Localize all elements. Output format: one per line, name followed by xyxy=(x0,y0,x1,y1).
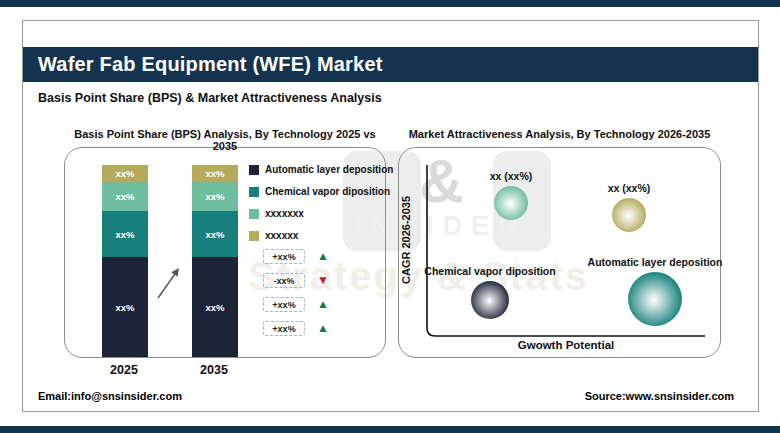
bubble xyxy=(612,198,646,232)
bps-chart-title: Basis Point Share (BPS) Analysis, By Tec… xyxy=(64,128,386,152)
axis-label-2035: 2035 xyxy=(191,363,237,377)
bubble-label: Automatic layer deposition xyxy=(580,256,730,268)
bubble-label: xx (xx%) xyxy=(436,170,586,182)
delta-value: +xx% xyxy=(272,324,295,334)
triangle-up-icon: ▲ xyxy=(317,297,329,312)
legend-label: Automatic layer deposition xyxy=(265,164,393,175)
bps-delta-list: +xx%▲-xx%▼+xx%▲+xx%▲ xyxy=(263,249,329,345)
triangle-down-icon: ▼ xyxy=(317,273,329,288)
bubble xyxy=(628,272,682,326)
triangle-up-icon: ▲ xyxy=(317,321,329,336)
delta-value: +xx% xyxy=(272,300,295,310)
bubble-label: xx (xx%) xyxy=(554,182,704,194)
bar-segment-value: xx% xyxy=(115,229,134,240)
bar-segment: xx% xyxy=(102,182,148,211)
attractiveness-chart-title: Market Attractiveness Analysis, By Techn… xyxy=(398,128,721,140)
report-card: Wafer Fab Equipment (WFE) Market Basis P… xyxy=(22,20,759,412)
delta-row: +xx%▲ xyxy=(263,321,329,336)
delta-value-box: -xx% xyxy=(263,273,305,288)
bar-segment-value: xx% xyxy=(205,302,224,313)
legend-label: xxxxxxx xyxy=(265,208,304,219)
attractiveness-chart-panel: CAGR 2026-2035 Gwowth Potential xx (xx%)… xyxy=(398,147,721,358)
bar-segment-value: xx% xyxy=(205,229,224,240)
bps-legend: Automatic layer depositionChemical vapor… xyxy=(249,164,393,252)
legend-item: Chemical vapor diposition xyxy=(249,186,393,197)
legend-item: xxxxxx xyxy=(249,230,393,241)
legend-swatch xyxy=(249,209,259,219)
bar-segment: xx% xyxy=(102,165,148,182)
bubble xyxy=(471,281,509,319)
delta-value: +xx% xyxy=(272,252,295,262)
top-accent-strip xyxy=(0,0,780,7)
bar-segment: xx% xyxy=(102,257,148,357)
bar-segment: xx% xyxy=(192,211,238,257)
legend-label: Chemical vapor diposition xyxy=(265,186,390,197)
bar-segment-value: xx% xyxy=(115,302,134,313)
bar-segment: xx% xyxy=(192,257,238,357)
x-axis-label: Gwowth Potential xyxy=(427,339,705,351)
legend-item: Automatic layer deposition xyxy=(249,164,393,175)
delta-value-box: +xx% xyxy=(263,249,305,264)
legend-item: xxxxxxx xyxy=(249,208,393,219)
y-axis-label: CAGR 2026-2035 xyxy=(400,184,412,296)
page-subtitle: Basis Point Share (BPS) & Market Attract… xyxy=(38,91,382,105)
delta-row: -xx%▼ xyxy=(263,273,329,288)
bar-segment: xx% xyxy=(102,211,148,257)
bar-segment-value: xx% xyxy=(115,168,134,179)
delta-value-box: +xx% xyxy=(263,297,305,312)
delta-value: -xx% xyxy=(273,276,294,286)
delta-value-box: +xx% xyxy=(263,321,305,336)
axis-label-2025: 2025 xyxy=(101,363,147,377)
bar-segment-value: xx% xyxy=(205,168,224,179)
bubble-label: Chemical vapor diposition xyxy=(415,265,565,277)
bubble xyxy=(494,186,528,220)
source-link: Source:www.snsinsider.com xyxy=(585,390,734,402)
bps-chart-panel: xx%xx%xx%xx% xx%xx%xx%xx% Automatic laye… xyxy=(64,147,386,358)
bar-segment: xx% xyxy=(192,182,238,211)
title-bar: Wafer Fab Equipment (WFE) Market xyxy=(23,47,758,82)
triangle-up-icon: ▲ xyxy=(317,249,329,264)
bar-segment-value: xx% xyxy=(115,191,134,202)
delta-row: +xx%▲ xyxy=(263,297,329,312)
legend-swatch xyxy=(249,231,259,241)
legend-swatch xyxy=(249,187,259,197)
delta-row: +xx%▲ xyxy=(263,249,329,264)
legend-label: xxxxxx xyxy=(265,230,298,241)
stacked-bar-2025: xx%xx%xx%xx% xyxy=(102,165,148,357)
bottom-accent-strip xyxy=(0,426,780,433)
page-title: Wafer Fab Equipment (WFE) Market xyxy=(38,53,383,76)
bar-segment: xx% xyxy=(192,165,238,182)
stacked-bar-2035: xx%xx%xx%xx% xyxy=(192,165,238,357)
trend-arrow-icon xyxy=(153,262,189,302)
legend-swatch xyxy=(249,165,259,175)
bar-segment-value: xx% xyxy=(205,191,224,202)
contact-email: Email:info@snsinsider.com xyxy=(38,390,182,402)
